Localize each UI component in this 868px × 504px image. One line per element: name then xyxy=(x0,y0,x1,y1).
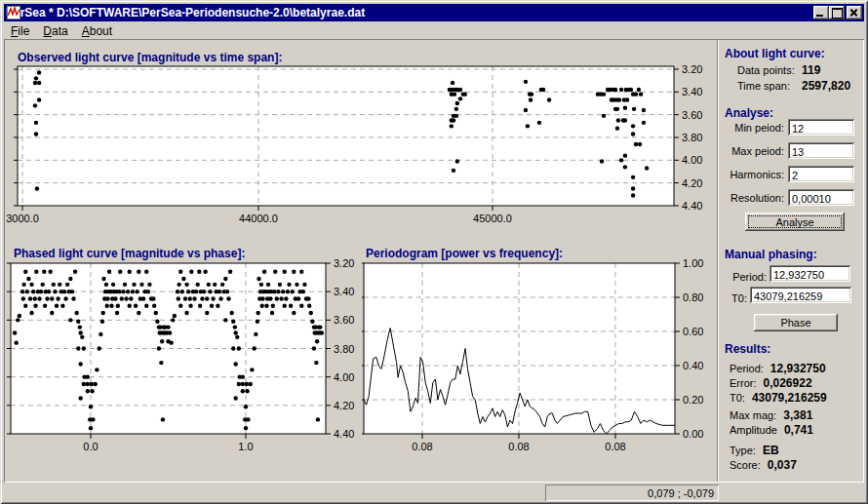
data-point xyxy=(278,283,282,287)
data-point xyxy=(245,382,249,386)
about-row-value: 119 xyxy=(802,63,820,77)
data-point xyxy=(616,118,620,122)
titlebar[interactable]: PerSea * D:\SOFTWARE\PerSea-Periodensuch… xyxy=(4,4,864,21)
data-point xyxy=(600,159,604,163)
data-point xyxy=(452,118,455,122)
status-coordinates: 0,079 ; -0,079 xyxy=(545,485,719,501)
y-tick-label: 0.80 xyxy=(683,291,703,303)
data-point xyxy=(226,296,230,300)
data-point xyxy=(169,340,173,344)
data-point xyxy=(42,270,46,274)
data-point xyxy=(139,283,143,287)
data-point xyxy=(155,320,159,324)
data-point xyxy=(62,290,66,293)
menu-item-about[interactable]: About xyxy=(75,23,119,39)
maximize-icon xyxy=(832,8,843,19)
phase-button[interactable]: Phase xyxy=(754,314,838,331)
data-point xyxy=(615,107,619,111)
t0-input[interactable] xyxy=(750,287,851,303)
analyse-field-label: Harmonics: xyxy=(720,169,784,180)
data-point xyxy=(273,270,277,274)
data-point xyxy=(241,389,245,393)
data-point xyxy=(101,311,105,315)
data-point xyxy=(299,304,303,308)
data-point xyxy=(454,107,458,111)
data-point xyxy=(524,108,528,112)
data-point xyxy=(104,283,108,287)
result-label: Amplitude xyxy=(730,424,777,436)
data-point xyxy=(78,325,82,329)
data-point xyxy=(631,124,635,128)
max-period-input[interactable] xyxy=(788,142,854,159)
data-point xyxy=(124,296,128,300)
min-period-input[interactable] xyxy=(788,119,854,136)
data-point xyxy=(645,166,649,170)
result-row: T0:43079,216259 xyxy=(730,388,827,406)
menu-item-data[interactable]: Data xyxy=(36,23,74,39)
data-point xyxy=(220,283,224,287)
y-tick-label: 3.40 xyxy=(334,286,354,297)
resolution-input[interactable] xyxy=(788,189,854,206)
result-label: Score: xyxy=(730,459,761,471)
data-point xyxy=(632,107,636,111)
period-input[interactable] xyxy=(769,265,850,282)
periodogram-chart[interactable]: 1.000.800.600.400.200.000.080.080.08 xyxy=(362,257,717,456)
data-point xyxy=(37,97,41,101)
phased-chart[interactable]: 3.203.403.603.804.004.204.400.01.0 xyxy=(4,257,365,456)
harmonics-input[interactable] xyxy=(788,166,854,182)
data-point xyxy=(189,270,193,274)
data-point xyxy=(157,346,161,350)
analyse-field-label: Min peiod: xyxy=(720,122,784,134)
observed-chart[interactable]: 3.203.403.603.804.004.204.403000.044000.… xyxy=(4,60,719,232)
minimize-button[interactable] xyxy=(813,6,829,19)
y-tick-label: 0.60 xyxy=(683,326,703,337)
data-point xyxy=(82,346,86,350)
data-point xyxy=(47,290,51,293)
y-tick-label: 3.20 xyxy=(682,63,702,75)
close-button[interactable] xyxy=(847,6,862,19)
data-point xyxy=(56,296,59,300)
data-point xyxy=(113,296,117,300)
about-header: About light curve: xyxy=(725,47,825,60)
data-point xyxy=(631,132,635,136)
result-value: 0,037 xyxy=(768,458,797,472)
data-point xyxy=(95,368,99,371)
data-point xyxy=(152,304,156,308)
data-point xyxy=(82,382,86,386)
data-point xyxy=(78,330,82,334)
data-point xyxy=(229,311,233,315)
data-point xyxy=(264,304,268,308)
data-point xyxy=(18,314,21,318)
data-point xyxy=(76,320,80,324)
data-point xyxy=(623,118,627,122)
data-point xyxy=(454,114,458,118)
data-point xyxy=(211,296,215,300)
data-point xyxy=(292,270,296,274)
data-point xyxy=(259,283,263,287)
data-point xyxy=(65,283,69,287)
maximize-button[interactable] xyxy=(829,6,845,19)
data-point xyxy=(33,296,37,300)
data-point xyxy=(194,290,198,293)
analyse-button[interactable]: Analyse xyxy=(745,213,845,231)
data-point xyxy=(120,296,124,300)
y-tick-label: 4.40 xyxy=(682,200,702,212)
menu-item-file[interactable]: File xyxy=(4,23,36,39)
y-tick-label: 4.00 xyxy=(334,371,354,383)
data-point xyxy=(34,132,38,136)
data-point xyxy=(302,283,306,287)
result-value: 0,741 xyxy=(784,423,813,437)
data-point xyxy=(246,417,250,421)
data-point xyxy=(188,296,192,300)
data-point xyxy=(631,175,635,179)
data-point xyxy=(118,270,122,274)
data-point xyxy=(547,97,551,101)
data-point xyxy=(76,346,80,350)
data-point xyxy=(613,88,617,92)
data-point xyxy=(524,80,528,84)
data-point xyxy=(455,159,459,163)
data-point xyxy=(617,97,621,101)
data-point xyxy=(116,304,120,308)
data-point xyxy=(86,374,90,378)
data-point xyxy=(216,304,219,308)
